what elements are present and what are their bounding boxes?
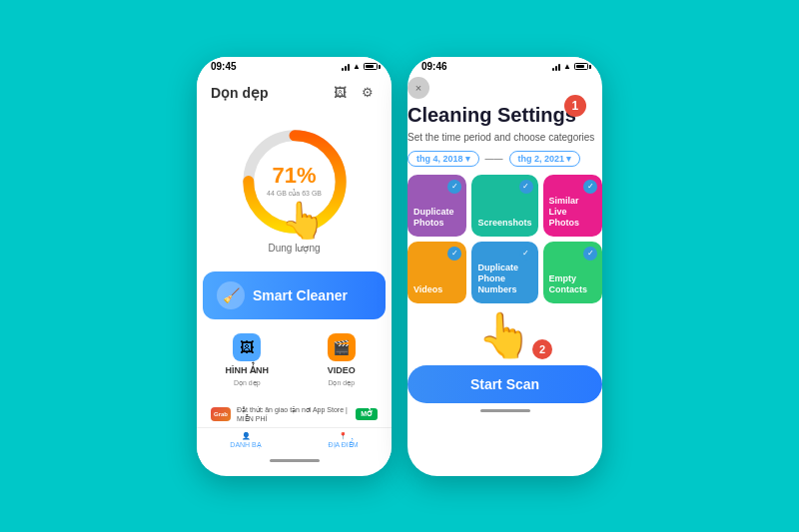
step2-badge: 2 xyxy=(532,339,552,359)
cat-videos[interactable]: ✓ Videos xyxy=(407,242,466,303)
signal-icon-right xyxy=(552,63,560,71)
date-from-chip[interactable]: thg 4, 2018 ▾ xyxy=(407,151,479,167)
tab-contacts[interactable]: 👤 DANH BẠ xyxy=(230,432,261,449)
phones-container: 09:45 ▲ Dọn dẹp 🖼 ⚙ xyxy=(197,57,602,476)
video-icon: 🎬 xyxy=(328,333,356,361)
settings-subtitle: Set the time period and choose categorie… xyxy=(407,131,602,145)
cat-screenshots[interactable]: ✓ Screenshots xyxy=(471,175,537,237)
storage-circle: 71% 44 GB của 63 GB 👆 xyxy=(240,127,350,237)
left-header: Dọn dẹp 🖼 ⚙ xyxy=(197,77,392,109)
grid-photos-title: HÌNH ẢNH xyxy=(226,365,270,375)
phone-right: 09:46 ▲ × Cleaning Settings 1 xyxy=(407,57,602,476)
title-row: Cleaning Settings 1 xyxy=(407,103,576,131)
battery-icon-right xyxy=(574,63,588,70)
cat-similar-live-photos[interactable]: ✓ Similar Live Photos xyxy=(543,175,602,237)
storage-percent: 71% xyxy=(267,162,322,188)
status-icons-left: ▲ xyxy=(342,62,378,71)
hand-cursor-right: 👆 2 xyxy=(407,309,602,361)
phone-left: 09:45 ▲ Dọn dẹp 🖼 ⚙ xyxy=(197,57,392,476)
grid-video-title: VIDEO xyxy=(328,365,356,375)
wifi-icon: ▲ xyxy=(353,62,361,71)
image-icon[interactable]: 🖼 xyxy=(330,83,350,103)
cat-label-empty-contacts: Empty Contacts xyxy=(549,273,596,295)
smart-cleaner-label: Smart Cleaner xyxy=(253,287,348,303)
cat-label-videos: Videos xyxy=(413,284,442,295)
date-row: thg 4, 2018 ▾ —— thg 2, 2021 ▾ xyxy=(407,151,602,167)
start-scan-label: Start Scan xyxy=(470,376,539,392)
ad-logo: Grab xyxy=(211,407,231,421)
right-content: × Cleaning Settings 1 Set the time perio… xyxy=(407,77,602,403)
settings-title: Cleaning Settings xyxy=(407,103,576,127)
check-videos: ✓ xyxy=(447,247,461,261)
storage-label: Dung lượng xyxy=(268,243,320,254)
cat-empty-contacts[interactable]: ✓ Empty Contacts xyxy=(543,242,602,303)
cat-label-screenshots: Screenshots xyxy=(477,218,531,229)
cat-label-similar-live: Similar Live Photos xyxy=(549,196,596,228)
tab-bar-left: 👤 DANH BẠ 📍 ĐỊA ĐIỂM xyxy=(197,427,392,453)
battery-icon xyxy=(364,63,378,70)
time-left: 09:45 xyxy=(211,61,237,72)
circle-text: 71% 44 GB của 63 GB xyxy=(267,162,322,197)
storage-section: 71% 44 GB của 63 GB 👆 Dung lượng xyxy=(203,115,386,266)
grid-photos-sub: Dọn dẹp xyxy=(234,379,261,387)
left-content: Dọn dẹp 🖼 ⚙ xyxy=(197,77,392,453)
grid-item-video[interactable]: 🎬 VIDEO Dọn dẹp xyxy=(298,325,387,395)
grid-item-photos[interactable]: 🖼 HÌNH ẢNH Dọn dẹp xyxy=(203,325,292,395)
cat-duplicate-numbers[interactable]: ✓ Duplicate Phone Numbers xyxy=(471,242,537,303)
date-separator: —— xyxy=(485,154,503,164)
time-right: 09:46 xyxy=(421,61,447,72)
date-to-chip[interactable]: thg 2, 2021 ▾ xyxy=(509,151,581,167)
ad-text: Đặt thức ăn giao tận nơi App Store | MIỄ… xyxy=(237,405,350,423)
bottom-grid: 🖼 HÌNH ẢNH Dọn dẹp 🎬 VIDEO Dọn dẹp xyxy=(203,325,386,395)
grid-video-sub: Dọn dẹp xyxy=(328,379,355,387)
check-similar-live: ✓ xyxy=(583,180,597,194)
cat-duplicate-photos[interactable]: ✓ Duplicate Photos xyxy=(407,175,466,237)
ad-open-button[interactable]: MỞ xyxy=(356,408,378,420)
tab-location[interactable]: 📍 ĐỊA ĐIỂM xyxy=(329,432,359,449)
close-button[interactable]: × xyxy=(407,77,429,99)
ad-banner: Grab Đặt thức ăn giao tận nơi App Store … xyxy=(203,401,386,427)
check-duplicate-photos: ✓ xyxy=(447,180,461,194)
check-duplicate-numbers: ✓ xyxy=(519,247,533,261)
start-scan-button[interactable]: Start Scan xyxy=(407,365,602,403)
cat-label-duplicate-photos: Duplicate Photos xyxy=(413,207,460,229)
home-indicator-right xyxy=(407,403,602,419)
category-grid: ✓ Duplicate Photos ✓ Screenshots ✓ Simil… xyxy=(407,175,602,303)
check-empty-contacts: ✓ xyxy=(583,247,597,261)
home-indicator-left xyxy=(197,453,392,469)
smart-cleaner-button[interactable]: 🧹 Smart Cleaner xyxy=(203,271,386,319)
status-icons-right: ▲ xyxy=(552,62,588,71)
step1-badge: 1 xyxy=(564,95,586,117)
cleaner-icon: 🧹 xyxy=(217,281,245,309)
photos-icon: 🖼 xyxy=(233,333,261,361)
signal-icon xyxy=(342,63,350,71)
status-bar-right: 09:46 ▲ xyxy=(407,57,602,77)
storage-detail: 44 GB của 63 GB xyxy=(267,188,322,197)
wifi-icon-right: ▲ xyxy=(563,62,571,71)
status-bar-left: 09:45 ▲ xyxy=(197,57,392,77)
header-icons: 🖼 ⚙ xyxy=(330,83,378,103)
cat-label-duplicate-numbers: Duplicate Phone Numbers xyxy=(477,263,531,294)
left-header-title: Dọn dẹp xyxy=(211,85,269,101)
gear-icon[interactable]: ⚙ xyxy=(358,83,378,103)
check-screenshots: ✓ xyxy=(519,180,533,194)
